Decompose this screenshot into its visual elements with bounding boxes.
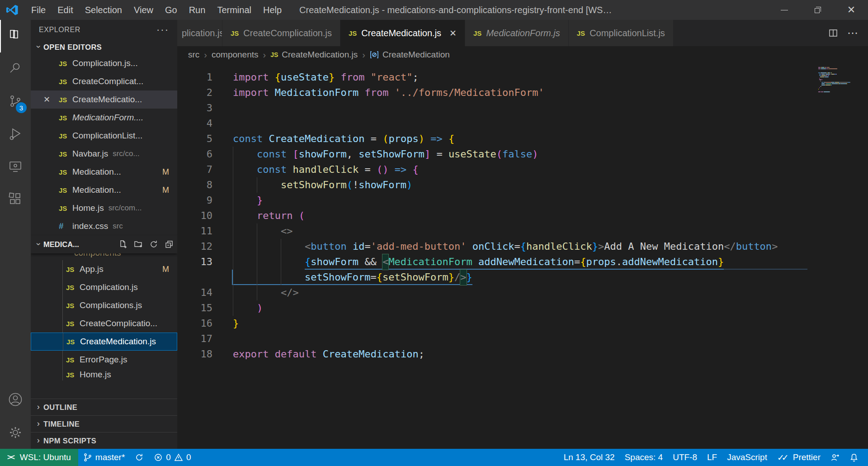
breadcrumb-createmedication[interactable]: CreateMedication [370,50,450,60]
menu-run[interactable]: Run [183,5,212,15]
code-line[interactable]: 2import MedicationForm from '../forms/Me… [177,85,807,100]
open-editor-item[interactable]: JSComplication.js... [31,54,177,72]
breadcrumb-src[interactable]: src [188,50,199,60]
feedback-status[interactable] [826,453,844,462]
close-icon[interactable]: ✕ [835,0,868,20]
code-line[interactable]: 8setShowForm(!showForm) [177,177,807,193]
close-icon[interactable]: ✕ [449,28,457,38]
code-line[interactable]: 14</> [177,285,807,300]
menu-edit[interactable]: Edit [52,5,79,15]
code-editor[interactable]: 1import {useState} from "react";2import … [177,63,868,449]
open-editor-item[interactable]: JSComplicationList... [31,127,177,145]
tree-item[interactable]: JSCreateComplicatio... [31,314,177,333]
split-editor-icon[interactable] [828,28,838,38]
menu-help[interactable]: Help [257,5,288,15]
activity-run-debug-icon[interactable] [0,118,31,150]
refresh-icon[interactable] [149,240,158,249]
activity-search-icon[interactable] [0,52,31,85]
code-token: { [448,131,454,147]
tree-item[interactable]: JSCreateMedication.js [31,333,177,351]
code-line[interactable]: 13{showForm && <MedicationForm addNewMed… [177,254,807,270]
code-line[interactable]: 7const handleClick = () => { [177,162,807,177]
indent-guide [257,177,281,193]
tab-plication-js[interactable]: plication.js [177,20,222,46]
code-line[interactable]: 18export default CreateMedication; [177,347,807,362]
formatter-status[interactable]: ✓✓ Prettier [772,452,826,463]
activity-remote-explorer-icon[interactable] [0,150,31,183]
code-line[interactable]: 15) [177,300,807,316]
new-file-icon[interactable] [118,240,127,249]
open-editor-item[interactable]: JSMedication...M [31,163,177,181]
open-editor-item[interactable]: JSHome.jssrc/com... [31,199,177,217]
new-folder-icon[interactable] [134,240,143,249]
code-line[interactable]: 1import {useState} from "react"; [177,70,807,85]
tree-item[interactable]: JSHome.js [31,369,177,380]
tab-createcomplication-js[interactable]: JSCreateComplication.js [222,20,340,46]
remote-indicator[interactable]: >< WSL: Ubuntu [0,449,78,466]
minimap[interactable] [818,67,856,93]
menu-go[interactable]: Go [159,5,183,15]
line-number: 3 [177,100,212,116]
open-editors-header[interactable]: › OPEN EDITORS [31,40,177,54]
encoding-status[interactable]: UTF-8 [668,452,702,462]
eol-status[interactable]: LF [702,452,722,462]
close-icon[interactable]: ✕ [43,95,50,105]
open-editor-item[interactable]: JSMedicationForm.... [31,109,177,127]
problems-status[interactable]: 0 0 [149,452,196,462]
tree-item[interactable]: JSErrorPage.js [31,351,177,369]
activity-files-icon[interactable] [0,20,31,52]
tree-item[interactable]: JSComplication.js [31,278,177,296]
open-editor-item[interactable]: ✕JSCreateMedicatio... [31,90,177,109]
tab-medicationform-js[interactable]: JSMedicationForm.js [465,20,569,46]
code-line[interactable]: 10return ( [177,208,807,223]
code-line[interactable]: 12<button id='add-med-button' onClick={h… [177,239,807,254]
sync-status[interactable] [130,453,149,462]
code-line[interactable]: 11<> [177,223,807,239]
open-editor-item[interactable]: #index.csssrc [31,217,177,235]
open-editors-list: JSComplication.js...JSCreateComplicat...… [31,54,177,235]
code-line[interactable]: 16} [177,316,807,331]
collapse-all-icon[interactable] [165,240,174,249]
menu-terminal[interactable]: Terminal [211,5,257,15]
restore-icon[interactable] [801,0,835,20]
menu-selection[interactable]: Selection [79,5,128,15]
tree-item[interactable]: JSComplications.js [31,296,177,314]
explorer-more-icon[interactable]: ··· [156,24,169,36]
section-timeline[interactable]: ›TIMELINE [31,415,177,432]
indentation-status[interactable]: Spaces: 4 [620,452,668,462]
more-actions-icon[interactable]: ⋯ [847,27,859,39]
language-mode[interactable]: JavaScript [722,452,772,462]
tree-item[interactable]: JSApp.jsM [31,260,177,278]
breadcrumb-createmedication-js[interactable]: JSCreateMedication.js [270,50,358,60]
code-line[interactable]: 9} [177,193,807,208]
menu-view[interactable]: View [128,5,159,15]
breadcrumb-components[interactable]: components [212,50,259,60]
git-branch-status[interactable]: master* [78,452,130,462]
project-section-header[interactable]: › MEDICA... [31,235,177,253]
clipped-folder-row[interactable]: components [31,253,177,260]
code-line[interactable]: 3 [177,100,807,116]
code-line[interactable]: 17 [177,331,807,347]
menu-file[interactable]: File [25,5,52,15]
breadcrumb-label: components [212,50,259,60]
tab-complicationlist-js[interactable]: JSComplicationList.js [569,20,674,46]
section-npm-scripts[interactable]: ›NPM SCRIPTS [31,432,177,449]
open-editor-item[interactable]: JSCreateComplicat... [31,72,177,90]
notifications-status[interactable] [844,453,863,462]
code-line[interactable]: setShowForm={setShowForm}/>} [177,270,807,285]
code-line[interactable]: 4 [177,116,807,131]
section-outline[interactable]: ›OUTLINE [31,399,177,415]
activity-settings-gear-icon[interactable] [0,416,31,449]
activity-extensions-icon[interactable] [0,183,31,215]
cursor-position[interactable]: Ln 13, Col 32 [559,452,620,462]
code-token [269,70,274,85]
activity-account-icon[interactable] [0,384,31,416]
code-line[interactable]: 5const CreateMedication = (props) => { [177,131,807,147]
tab-createmedication-js[interactable]: JSCreateMedication.js✕ [340,20,465,46]
code-line[interactable]: 6const [showForm, setShowForm] = useStat… [177,147,807,162]
indent-guide [62,369,63,380]
minimize-icon[interactable] [768,0,801,20]
open-editor-item[interactable]: JSNavbar.jssrc/co... [31,145,177,163]
open-editor-item[interactable]: JSMedication...M [31,181,177,199]
activity-source-control-icon[interactable]: 3 [0,85,31,118]
